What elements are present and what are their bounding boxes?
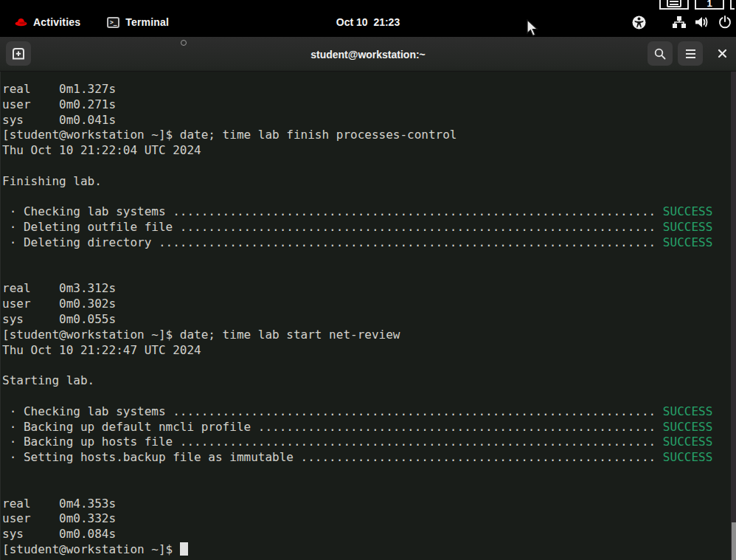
terminal-line: [2, 159, 736, 174]
network-wired-icon: [672, 15, 687, 29]
search-icon: [654, 48, 666, 60]
hamburger-icon: [686, 49, 695, 58]
status-success-label: SUCCESS: [663, 450, 712, 464]
terminal-line: · Deleting directory ...................…: [2, 235, 736, 251]
terminal-scrollbar[interactable]: [731, 72, 736, 560]
terminal-line: · Setting hosts.backup file as immutable…: [2, 450, 736, 466]
terminal-line: [2, 389, 736, 404]
indicator-dot: [181, 40, 187, 46]
status-success-label: SUCCESS: [663, 404, 712, 418]
desktop-screen: 1 Activities >_ Terminal Oct 10 21:23: [0, 0, 736, 560]
system-status-area[interactable]: [632, 15, 732, 30]
terminal-line: real 0m1.327s: [2, 82, 736, 97]
terminal-cursor: [180, 542, 188, 556]
gnome-top-bar: Activities >_ Terminal Oct 10 21:23: [0, 0, 736, 37]
terminal-line: · Checking lab systems .................…: [2, 204, 736, 220]
console-button-label: 1: [707, 0, 712, 8]
app-menu-terminal[interactable]: >_ Terminal: [107, 16, 169, 28]
close-icon: [718, 49, 727, 58]
mouse-cursor: [527, 19, 541, 37]
accessibility-icon: [632, 15, 646, 30]
redhat-logo-icon: [15, 17, 27, 28]
terminal-line: [2, 266, 736, 282]
terminal-line: Thu Oct 10 21:22:47 UTC 2024: [2, 343, 736, 359]
app-menu-label: Terminal: [125, 16, 169, 28]
terminal-line: [2, 481, 736, 497]
status-success-label: SUCCESS: [663, 235, 712, 249]
terminal-output: real 0m1.327suser 0m0.271ssys 0m0.041s[s…: [0, 72, 736, 560]
terminal-line: user 0m0.271s: [2, 97, 736, 113]
terminal-line: sys 0m0.041s: [2, 113, 736, 128]
terminal-line: sys 0m0.084s: [2, 527, 736, 542]
terminal-line: [2, 466, 736, 481]
terminal-line: real 0m3.312s: [2, 281, 736, 297]
terminal-line: · Deleting outfile file ................…: [2, 220, 736, 235]
status-success-label: SUCCESS: [663, 204, 712, 218]
terminal-line: user 0m0.302s: [2, 297, 736, 312]
menu-button[interactable]: [678, 41, 703, 66]
console-ctrl-alt-1-button[interactable]: 1: [695, 0, 724, 10]
terminal-line: sys 0m0.055s: [2, 312, 736, 328]
terminal-titlebar[interactable]: student@workstation:~: [0, 37, 736, 72]
clock-button[interactable]: Oct 10 21:23: [336, 16, 400, 28]
scrollbar-thumb[interactable]: [732, 522, 736, 560]
terminal-line: [student@workstation ~]$ date; time lab …: [2, 128, 736, 143]
console-overlay-buttons: 1: [659, 0, 735, 10]
power-icon: [718, 15, 732, 29]
terminal-line: Thu Oct 10 21:22:04 UTC 2024: [2, 143, 736, 159]
terminal-line: user 0m0.332s: [2, 511, 736, 527]
window-title: student@workstation:~: [0, 37, 736, 72]
terminal-line: [student@workstation ~]$ date; time lab …: [2, 328, 736, 343]
terminal-line: [student@workstation ~]$: [2, 542, 736, 558]
terminal-line: real 0m4.353s: [2, 497, 736, 512]
terminal-line: · Backing up default nmcli profile .....…: [2, 420, 736, 435]
terminal-line: [2, 358, 736, 373]
activities-button[interactable]: Activities: [15, 16, 80, 28]
console-partial-button[interactable]: [730, 0, 735, 10]
volume-icon: [695, 15, 710, 29]
terminal-line: [2, 190, 736, 205]
terminal-line: Starting lab.: [2, 373, 736, 389]
keyboard-icon: [667, 0, 681, 7]
terminal-line: · Checking lab systems .................…: [2, 404, 736, 420]
status-success-label: SUCCESS: [663, 220, 712, 234]
activities-label: Activities: [33, 16, 80, 28]
terminal-line: [2, 251, 736, 266]
terminal-line: Finishing lab.: [2, 174, 736, 190]
console-keyboard-button[interactable]: [659, 0, 689, 10]
status-success-label: SUCCESS: [663, 420, 712, 434]
terminal-line: · Backing up hosts file ................…: [2, 435, 736, 450]
close-window-button[interactable]: [712, 41, 732, 66]
search-button[interactable]: [648, 41, 673, 66]
status-success-label: SUCCESS: [663, 435, 712, 449]
terminal-app-icon: >_: [107, 17, 119, 28]
